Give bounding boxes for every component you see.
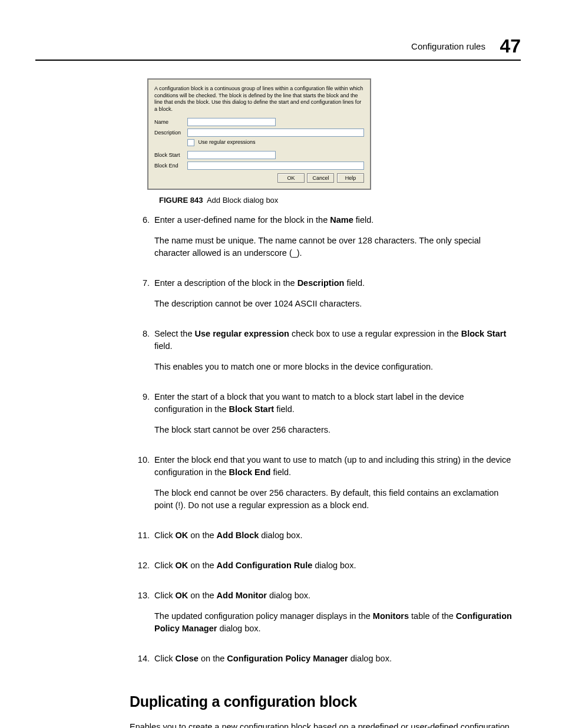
ok-button[interactable]: OK [277,173,305,183]
step-number: 7. [130,277,154,318]
add-block-dialog: A configuration block is a continuous gr… [147,78,371,190]
section-intro: Enables you to create a new configuratio… [130,721,515,728]
step-number: 13. [130,589,154,643]
block-end-label: Block End [154,163,187,169]
step-10: 10. Enter the block end that you want to… [130,454,515,520]
figure-caption: FIGURE 843 Add Block dialog box [159,196,527,205]
step-9: 9. Enter the start of a block that you w… [130,391,515,444]
step-8: 8. Select the Use regular expression che… [130,328,515,381]
step-number: 9. [130,391,154,444]
section-heading-duplicating: Duplicating a configuration block [130,691,515,712]
description-label: Description [154,130,187,136]
step-number: 14. [130,653,154,673]
description-field[interactable] [187,129,364,137]
header-rule [35,60,521,61]
step-number: 12. [130,559,154,580]
dialog-intro-text: A configuration block is a continuous gr… [154,85,364,113]
figure-label: FIGURE 843 [159,196,203,205]
name-label: Name [154,119,187,125]
step-6: 6. Enter a user-defined name for the blo… [130,214,515,268]
help-button[interactable]: Help [337,173,364,183]
step-number: 11. [130,529,154,550]
block-start-label: Block Start [154,152,187,158]
block-start-field[interactable] [187,151,276,159]
regex-label: Use regular expressions [199,139,256,145]
block-end-field[interactable] [187,162,364,170]
figure-text: Add Block dialog box [207,196,278,205]
step-7: 7. Enter a description of the block in t… [130,277,515,318]
step-number: 10. [130,454,154,520]
step-14: 14. Click Close on the Configuration Pol… [130,653,515,673]
page-header: Configuration rules 47 [35,35,527,61]
step-12: 12. Click OK on the Add Configuration Ru… [130,559,515,580]
step-number: 6. [130,214,154,268]
cancel-button[interactable]: Cancel [307,173,334,183]
name-field[interactable] [187,118,276,126]
header-title: Configuration rules [411,41,485,51]
regex-checkbox[interactable] [187,139,194,146]
step-11: 11. Click OK on the Add Block dialog box… [130,529,515,550]
step-number: 8. [130,328,154,381]
step-13: 13. Click OK on the Add Monitor dialog b… [130,589,515,643]
header-page-number: 47 [500,35,521,57]
